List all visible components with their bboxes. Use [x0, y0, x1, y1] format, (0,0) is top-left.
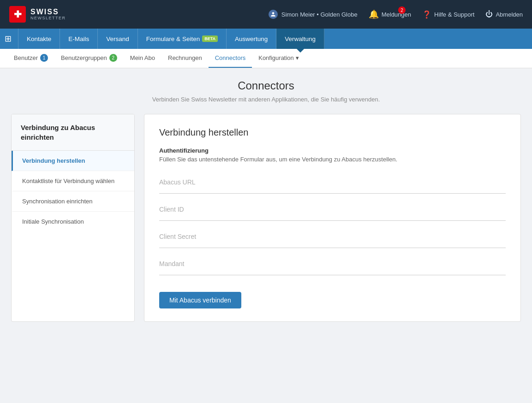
client-id-field [159, 203, 506, 221]
nav-kontakte-label: Kontakte [27, 36, 51, 42]
connect-abacus-button[interactable]: Mit Abacus verbinden [159, 292, 241, 308]
sidebar-step-initiale-label: Initiale Synchronisation [22, 218, 84, 225]
sub-nav-connectors-label: Connectors [215, 54, 245, 61]
auth-section: Authentifizierung Füllen Sie das untenst… [159, 147, 506, 163]
main-panel-title: Verbindung herstellen [159, 127, 506, 138]
nav-bar: ⊞ Kontakte E-Mails Versand Formulare & S… [0, 29, 532, 49]
sidebar-step-verbindung[interactable]: Verbindung herstellen [12, 151, 134, 171]
nav-verwaltung-label: Verwaltung [285, 36, 316, 42]
sidebar-step-synchronisation[interactable]: Synchronisation einrichten [12, 191, 134, 212]
sub-nav-benutzergruppen[interactable]: Benutzergruppen 2 [54, 49, 124, 68]
mandant-field [159, 257, 506, 275]
logo-newsletter-label: NewsLeTTeR [30, 16, 66, 20]
sub-nav: Benutzer 1 Benutzergruppen 2 Mein Abo Re… [0, 49, 532, 68]
logout-label: Abmelden [496, 11, 523, 18]
beta-badge: BETA [202, 36, 218, 42]
sub-nav-rechnungen-label: Rechnungen [168, 54, 202, 61]
benutzergruppen-badge: 2 [109, 54, 117, 62]
sub-nav-benutzer-label: Benutzer [14, 54, 38, 61]
help-button[interactable]: ❓ Hilfe & Support [422, 10, 474, 19]
notifications-label: Meldungen [382, 11, 411, 18]
help-label: Hilfe & Support [434, 11, 474, 18]
sub-nav-meinabo-label: Mein Abo [130, 54, 155, 61]
nav-item-versand[interactable]: Versand [98, 29, 138, 49]
sub-nav-konfiguration-dropdown: Konfiguration ▾ [258, 54, 299, 61]
auth-desc: Füllen Sie das untenstehende Formular au… [159, 156, 506, 163]
auth-label: Authentifizierung [159, 147, 506, 154]
logo-area: ✚ SWISS NewsLeTTeR [9, 6, 66, 23]
sidebar-header-title: Verbindung zu Abacus einrichten [21, 123, 125, 142]
logo-swiss-label: SWISS [30, 8, 66, 16]
nav-item-kontakte[interactable]: Kontakte [18, 29, 60, 49]
sub-nav-konfiguration[interactable]: Konfiguration ▾ [252, 49, 305, 68]
sub-nav-benutzergruppen-label: Benutzergruppen [61, 54, 107, 61]
nav-item-auswertung[interactable]: Auswertung [227, 29, 276, 49]
sub-nav-benutzer[interactable]: Benutzer 1 [7, 49, 54, 68]
user-label: Simon Meier • Golden Globe [281, 11, 358, 18]
notifications-badge: 2 [398, 6, 406, 14]
notifications-button[interactable]: 🔔 2 Meldungen [369, 9, 411, 19]
chevron-down-icon: ▾ [296, 54, 299, 61]
nav-items: Kontakte E-Mails Versand Formulare & Sei… [18, 29, 324, 49]
logo-text: SWISS NewsLeTTeR [30, 8, 66, 20]
grid-icon[interactable]: ⊞ [5, 34, 12, 44]
sidebar-panel: Verbindung zu Abacus einrichten Verbindu… [11, 114, 135, 322]
page-subtitle: Verbinden Sie Swiss Newsletter mit ander… [11, 96, 521, 103]
nav-versand-label: Versand [106, 36, 129, 42]
sub-nav-meinabo[interactable]: Mein Abo [124, 49, 161, 68]
top-header: ✚ SWISS NewsLeTTeR Simon Meier • Golden … [0, 0, 532, 29]
cross-icon: ✚ [14, 10, 22, 19]
client-id-input[interactable] [159, 203, 506, 216]
mandant-input[interactable] [159, 257, 506, 270]
sub-nav-konfiguration-label: Konfiguration [258, 54, 294, 61]
sidebar-step-kontaktliste-label: Kontaktliste für Verbindung wählen [22, 178, 114, 184]
nav-item-verwaltung[interactable]: Verwaltung [276, 29, 324, 49]
sidebar-step-synchronisation-label: Synchronisation einrichten [22, 198, 92, 205]
sidebar-step-verbindung-label: Verbindung herstellen [22, 157, 85, 164]
nav-formulare-label: Formulare & Seiten [146, 36, 200, 42]
sidebar-header: Verbindung zu Abacus einrichten [12, 114, 134, 151]
sub-nav-rechnungen[interactable]: Rechnungen [161, 49, 209, 68]
nav-emails-label: E-Mails [68, 36, 89, 42]
sidebar-step-initiale[interactable]: Initiale Synchronisation [12, 212, 134, 231]
page-content: Connectors Verbinden Sie Swiss Newslette… [0, 68, 532, 333]
logo-icon: ✚ [9, 6, 26, 23]
bell-icon: 🔔 [369, 9, 379, 19]
header-user: Simon Meier • Golden Globe [269, 10, 358, 19]
logout-icon: ⏻ [485, 10, 493, 18]
main-panel: Verbindung herstellen Authentifizierung … [144, 114, 521, 322]
abacus-url-field [159, 176, 506, 194]
page-title: Connectors [11, 79, 521, 92]
sidebar-steps: Verbindung herstellen Kontaktliste für V… [12, 151, 134, 231]
client-secret-input[interactable] [159, 230, 506, 243]
sidebar-step-kontaktliste[interactable]: Kontaktliste für Verbindung wählen [12, 171, 134, 191]
sub-nav-connectors[interactable]: Connectors [209, 49, 252, 68]
logout-button[interactable]: ⏻ Abmelden [485, 10, 523, 18]
header-right: Simon Meier • Golden Globe 🔔 2 Meldungen… [269, 9, 523, 19]
nav-item-emails[interactable]: E-Mails [60, 29, 98, 49]
benutzer-badge: 1 [40, 54, 48, 62]
nav-auswertung-label: Auswertung [235, 36, 268, 42]
abacus-url-input[interactable] [159, 176, 506, 189]
help-icon: ❓ [422, 10, 431, 19]
nav-item-formulare[interactable]: Formulare & Seiten BETA [138, 29, 227, 49]
connectors-layout: Verbindung zu Abacus einrichten Verbindu… [11, 114, 521, 322]
user-icon [269, 10, 278, 19]
client-secret-field [159, 230, 506, 248]
